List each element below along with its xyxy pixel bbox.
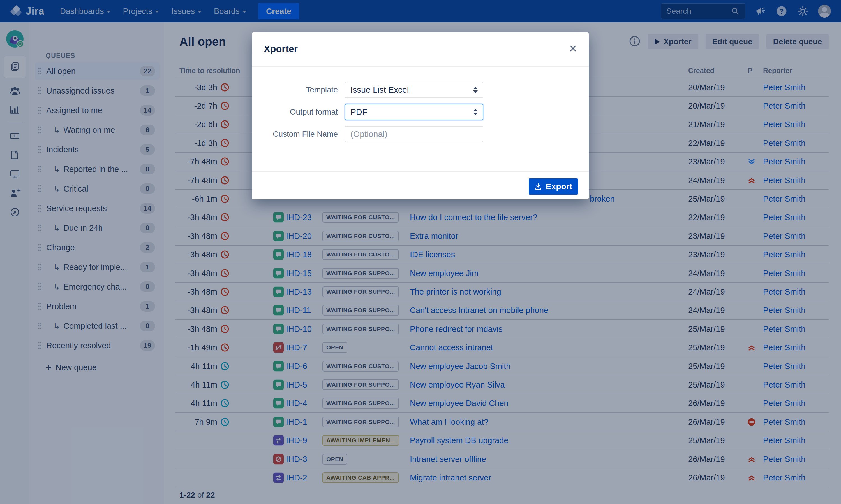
export-button[interactable]: Export — [529, 178, 578, 195]
modal-footer-divider — [252, 172, 589, 172]
close-icon[interactable] — [567, 42, 579, 55]
output-format-select[interactable]: PDF — [345, 104, 483, 120]
custom-file-name-input[interactable] — [350, 129, 478, 139]
template-select-value: Issue List Excel — [350, 85, 409, 95]
download-icon — [534, 183, 542, 191]
template-select[interactable]: Issue List Excel — [345, 82, 483, 98]
select-arrows-icon — [473, 109, 478, 115]
modal-divider — [252, 66, 589, 67]
custom-file-name-field-label: Custom File Name — [252, 126, 338, 142]
modal-title: Xporter — [264, 43, 298, 54]
output-format-select-value: PDF — [350, 107, 367, 117]
custom-file-name-field[interactable] — [345, 126, 483, 142]
template-field-label: Template — [252, 82, 338, 98]
select-arrows-icon — [473, 87, 478, 93]
output-format-field-label: Output format — [252, 104, 338, 120]
xporter-modal: Xporter Template Issue List Excel Output… — [252, 32, 589, 199]
